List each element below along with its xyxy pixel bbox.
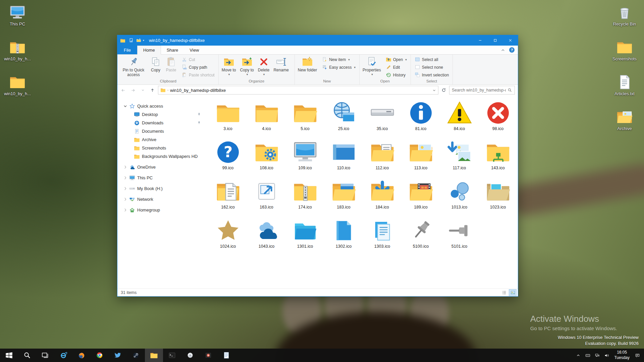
file-item[interactable]: 117.ico xyxy=(440,139,479,179)
file-item[interactable]: 143.ico xyxy=(479,139,517,179)
address-dropdown-icon[interactable] xyxy=(432,88,436,92)
taskbar-button[interactable] xyxy=(54,349,72,362)
ribbon-button[interactable]: Properties ▾ xyxy=(361,55,383,77)
sidebar-item[interactable]: Screenshots xyxy=(117,144,203,152)
sidebar-item[interactable]: Archive xyxy=(117,135,203,144)
taskbar-button[interactable] xyxy=(145,349,163,362)
search-input[interactable] xyxy=(452,88,506,93)
ribbon-button[interactable]: Paste ▾ xyxy=(163,55,179,77)
ribbon-collapse-icon[interactable] xyxy=(501,48,505,52)
ribbon-button[interactable]: Open ▾ xyxy=(384,56,408,63)
sidebar-item[interactable]: My Book (H:) xyxy=(117,184,203,193)
file-item[interactable]: 163.ico xyxy=(247,179,286,218)
taskbar-button[interactable] xyxy=(36,349,54,362)
address-bar[interactable]: › win10_by_hamedsp-d8fb8xe xyxy=(158,86,438,95)
expander-icon[interactable] xyxy=(123,176,127,180)
quick-access-toolbar-button[interactable] xyxy=(129,38,134,43)
file-item[interactable]: 98.ico xyxy=(479,100,517,139)
file-item[interactable]: 189.ico xyxy=(401,179,440,218)
desktop-icon[interactable]: This PC xyxy=(3,4,32,33)
desktop-icon[interactable]: Recycle Bin xyxy=(610,4,639,33)
ribbon-button[interactable]: Rename ▾ xyxy=(271,55,290,77)
ribbon-button[interactable]: Easy access ▾ xyxy=(320,64,357,70)
taskbar-button[interactable] xyxy=(217,349,235,362)
file-item[interactable]: 1013.ico xyxy=(440,179,479,218)
expander-icon[interactable] xyxy=(123,186,127,191)
ribbon-button[interactable]: Copy ▾ xyxy=(148,55,163,77)
ribbon-tab[interactable]: File xyxy=(117,46,137,54)
help-icon[interactable]: ? xyxy=(509,47,515,53)
file-item[interactable]: 109.ico xyxy=(286,139,324,179)
expander-icon[interactable] xyxy=(123,104,127,108)
file-item[interactable]: 3.ico xyxy=(209,100,247,139)
tray-overflow-button[interactable] xyxy=(574,349,583,362)
tray-volume-button[interactable] xyxy=(602,349,611,362)
close-button[interactable] xyxy=(503,35,518,46)
desktop-icon[interactable]: Articles.txt xyxy=(610,74,639,103)
taskbar-clock[interactable]: 16:05 Tuesday xyxy=(611,350,633,360)
tray-keyboard-button[interactable] xyxy=(583,349,592,362)
taskbar-button[interactable] xyxy=(72,349,91,362)
back-button[interactable] xyxy=(119,86,127,95)
desktop-icon[interactable]: win10_by_h... xyxy=(3,74,32,103)
taskbar-button[interactable] xyxy=(109,349,127,362)
ribbon-button[interactable]: Move to ▾ xyxy=(220,55,238,77)
ribbon-button[interactable]: Delete ▾ xyxy=(256,55,272,77)
ribbon-button[interactable]: Copy to ▾ xyxy=(238,55,256,77)
file-item[interactable]: 4.ico xyxy=(247,100,286,139)
sidebar-item[interactable]: Desktop xyxy=(117,110,203,119)
thumbnails-view-button[interactable] xyxy=(509,289,517,296)
search-box[interactable] xyxy=(449,86,515,95)
tray-network-button[interactable] xyxy=(592,349,602,362)
ribbon-button[interactable]: New folder ▾ xyxy=(296,55,319,77)
ribbon-tab[interactable]: Home xyxy=(137,46,161,55)
file-item[interactable]: 162.ico xyxy=(209,179,247,218)
expander-icon[interactable] xyxy=(123,197,127,201)
sidebar-item[interactable]: This PC xyxy=(117,174,203,182)
expander-icon[interactable] xyxy=(123,165,127,169)
ribbon-button[interactable]: Select all ▾ xyxy=(413,56,450,63)
sidebar-item[interactable]: Network xyxy=(117,195,203,203)
ribbon-button[interactable]: Paste shortcut ▾ xyxy=(180,72,216,78)
ribbon-button[interactable]: Cut ▾ xyxy=(180,56,216,63)
ribbon-button[interactable]: Invert selection ▾ xyxy=(413,72,450,78)
ribbon-button[interactable]: Copy path ▾ xyxy=(180,64,216,70)
file-item[interactable]: 5101.ico xyxy=(440,218,479,257)
file-item[interactable]: 113.ico xyxy=(401,139,440,179)
file-item[interactable]: 1302.ico xyxy=(324,218,363,257)
minimize-button[interactable] xyxy=(473,35,488,46)
maximize-button[interactable] xyxy=(488,35,503,46)
taskbar-button[interactable] xyxy=(18,349,36,362)
breadcrumb[interactable]: win10_by_hamedsp-d8fb8xe xyxy=(170,88,431,93)
ribbon-button[interactable]: Edit ▾ xyxy=(384,64,408,70)
sidebar-item[interactable]: Downloads xyxy=(117,119,203,127)
desktop-icon[interactable]: win10_by_h... xyxy=(3,39,32,68)
qat-dropdown-caret[interactable]: ▾ xyxy=(143,39,144,42)
expander-icon[interactable] xyxy=(123,208,127,212)
ribbon-button[interactable]: New item ▾ xyxy=(320,56,357,63)
sidebar-item[interactable]: Backgrounds Wallpapers HD xyxy=(117,152,203,161)
ribbon-button[interactable]: Pin to Quick access ▾ xyxy=(119,55,148,77)
file-item[interactable]: 81.ico xyxy=(401,100,440,139)
ribbon-button[interactable]: Select none ▾ xyxy=(413,64,450,70)
details-view-button[interactable] xyxy=(500,289,508,296)
file-item[interactable]: 5.ico xyxy=(286,100,324,139)
file-item[interactable]: 1023.ico xyxy=(479,179,517,218)
ribbon-tab[interactable]: View xyxy=(184,46,205,54)
up-button[interactable] xyxy=(148,86,157,95)
file-item[interactable]: 108.ico xyxy=(247,139,286,179)
quick-access-toolbar-button[interactable] xyxy=(136,38,141,43)
file-item[interactable]: 184.ico xyxy=(363,179,401,218)
sidebar-item[interactable]: Quick access xyxy=(117,102,203,110)
taskbar-button[interactable] xyxy=(0,349,18,362)
file-item[interactable]: 110.ico xyxy=(324,139,363,179)
file-item[interactable]: 35.ico xyxy=(363,100,401,139)
desktop-icon[interactable]: Archive xyxy=(610,109,639,137)
file-item[interactable]: 1303.ico xyxy=(363,218,401,257)
file-item[interactable]: 1043.ico xyxy=(247,218,286,257)
taskbar-button[interactable] xyxy=(199,349,217,362)
file-item[interactable]: 84.ico xyxy=(440,100,479,139)
recent-locations-button[interactable] xyxy=(139,86,147,95)
taskbar-button[interactable] xyxy=(181,349,199,362)
ribbon-tab[interactable]: Share xyxy=(161,46,184,54)
